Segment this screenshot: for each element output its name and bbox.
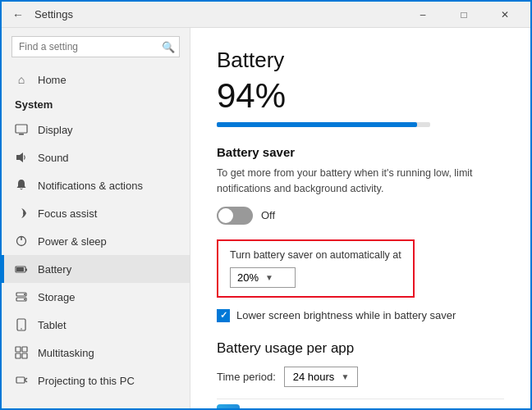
projecting-icon [15, 374, 28, 387]
display-icon [15, 123, 28, 136]
svg-rect-0 [16, 125, 27, 133]
svg-rect-7 [16, 267, 24, 271]
auto-saver-label: Turn battery saver on automatically at [230, 249, 401, 261]
sidebar-section-system: System [2, 93, 190, 116]
sidebar-item-label: Home [38, 74, 66, 86]
minimize-button[interactable]: – [404, 2, 442, 28]
sidebar-item-display[interactable]: Display [2, 116, 190, 144]
dropdown-value: 20% [237, 271, 259, 284]
auto-saver-dropdown-row: 20% ▼ [230, 267, 401, 288]
tablet-icon [15, 318, 28, 331]
battery-icon [15, 262, 28, 276]
svg-rect-16 [16, 353, 21, 358]
app-row: Microsoft Edge 39% [217, 399, 504, 411]
svg-rect-6 [25, 269, 27, 271]
sidebar-item-label: Multitasking [38, 347, 94, 359]
close-button[interactable]: ✕ [486, 2, 524, 28]
multitasking-icon [15, 346, 28, 359]
svg-marker-2 [16, 153, 23, 162]
sidebar-item-power[interactable]: Power & sleep [2, 227, 190, 255]
storage-icon [15, 290, 28, 303]
time-dropdown-value: 24 hours [293, 371, 335, 383]
battery-saver-description: To get more from your battery when it's … [217, 166, 504, 197]
toggle-label: Off [261, 209, 275, 221]
window-controls: – □ ✕ [404, 2, 524, 28]
sidebar-item-tablet[interactable]: Tablet [2, 311, 190, 339]
sidebar-item-storage[interactable]: Storage [2, 283, 190, 311]
home-icon: ⌂ [15, 73, 28, 86]
search-input[interactable] [11, 36, 180, 57]
search-container: 🔍 [11, 36, 180, 57]
title-bar: ← Settings – □ ✕ [2, 2, 530, 28]
svg-point-11 [24, 298, 25, 300]
power-icon [15, 235, 28, 248]
usage-section-title: Battery usage per app [217, 340, 504, 357]
time-period-row: Time period: 24 hours ▼ [217, 367, 504, 387]
battery-saver-auto-box: Turn battery saver on automatically at 2… [217, 239, 415, 298]
search-icon: 🔍 [162, 41, 175, 53]
svg-rect-18 [16, 377, 25, 383]
sidebar-item-label: Power & sleep [38, 235, 107, 248]
brightness-checkbox[interactable]: ✓ [217, 309, 230, 322]
sidebar-item-home[interactable]: ⌂ Home [2, 66, 190, 93]
battery-bar-fill [217, 122, 417, 127]
chevron-down-icon: ▼ [265, 273, 273, 282]
svg-rect-15 [22, 347, 27, 352]
app-container: 🔍 ⌂ Home System Display Sound Notificati… [2, 28, 530, 410]
battery-saver-toggle-row: Off [217, 207, 504, 225]
brightness-checkbox-label: Lower screen brightness while in battery… [236, 309, 456, 321]
time-period-dropdown[interactable]: 24 hours ▼ [284, 367, 359, 387]
sidebar-item-battery[interactable]: Battery [2, 255, 190, 283]
checkbox-check-icon: ✓ [220, 310, 227, 321]
sidebar-item-label: Display [38, 124, 73, 136]
sidebar-item-notifications[interactable]: Notifications & actions [2, 171, 190, 199]
svg-rect-1 [19, 134, 24, 135]
brightness-checkbox-row: ✓ Lower screen brightness while in batte… [217, 309, 504, 322]
svg-rect-17 [22, 353, 27, 358]
sidebar: 🔍 ⌂ Home System Display Sound Notificati… [2, 28, 190, 410]
battery-bar-background [217, 122, 430, 127]
chevron-down-icon: ▼ [341, 372, 349, 381]
sidebar-item-label: Storage [38, 291, 76, 303]
maximize-button[interactable]: □ [445, 2, 483, 28]
sidebar-item-label: Battery [38, 263, 71, 276]
page-title: Battery [217, 48, 504, 73]
svg-point-10 [24, 294, 25, 295]
sound-icon [15, 151, 28, 164]
auto-saver-dropdown[interactable]: 20% ▼ [230, 267, 296, 288]
back-button[interactable]: ← [8, 5, 28, 25]
sidebar-item-label: Focus assist [38, 207, 97, 220]
sidebar-item-projecting[interactable]: Projecting to this PC [2, 367, 190, 394]
content-area: Battery 94% Battery saver To get more fr… [190, 28, 530, 410]
notifications-icon [15, 179, 28, 192]
sidebar-item-focus[interactable]: Focus assist [2, 199, 190, 227]
app-icon-edge [217, 404, 240, 411]
sidebar-item-label: Sound [38, 152, 69, 164]
title-bar-title: Settings [34, 8, 404, 20]
battery-percent: 94% [217, 76, 504, 116]
sidebar-item-multitasking[interactable]: Multitasking [2, 339, 190, 367]
svg-rect-14 [16, 347, 21, 352]
battery-saver-toggle[interactable] [217, 207, 253, 225]
battery-saver-title: Battery saver [217, 145, 504, 159]
svg-point-13 [21, 328, 22, 330]
time-period-label: Time period: [217, 371, 276, 383]
toggle-knob [218, 208, 233, 223]
sidebar-item-sound[interactable]: Sound [2, 144, 190, 171]
sidebar-item-label: Notifications & actions [38, 180, 143, 192]
focus-icon [15, 207, 28, 220]
sidebar-item-label: Tablet [38, 319, 66, 331]
sidebar-item-label: Projecting to this PC [38, 375, 135, 387]
